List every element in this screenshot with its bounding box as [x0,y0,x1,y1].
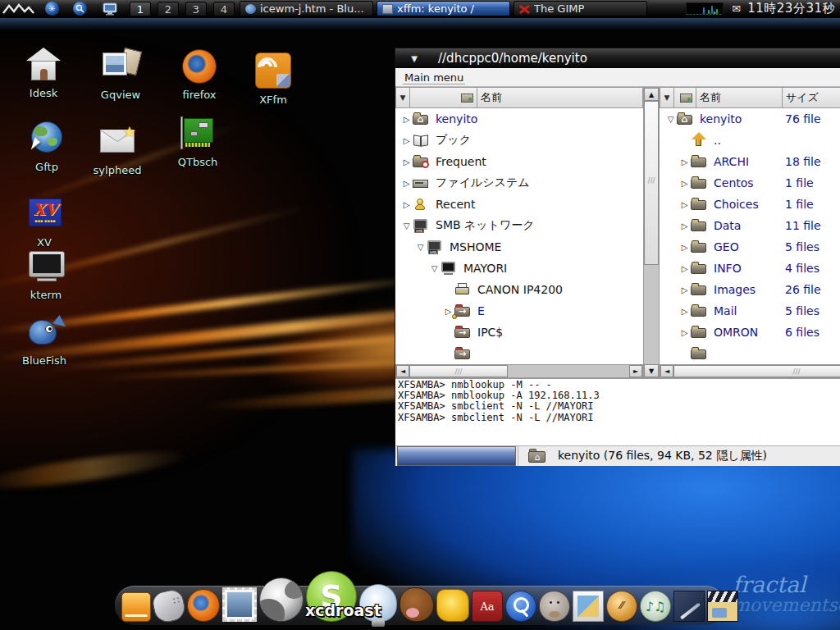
dock-icon-link[interactable] [606,591,637,622]
tree-expander-icon[interactable]: ▽ [664,115,677,124]
tree-expander-icon[interactable]: ▷ [678,328,691,337]
left-pane-row-kenyito[interactable]: ▷⌂kenyito [395,108,643,130]
scroll-left-arrow[interactable]: ◄ [660,365,673,377]
dock-icon-globe[interactable] [259,578,304,622]
tree-expander-icon[interactable]: ▽ [400,221,413,231]
tree-expander-icon[interactable]: ▷ [678,158,691,167]
tree-expander-icon[interactable]: ▷ [678,307,691,316]
tree-expander-icon[interactable]: ▽ [414,243,427,252]
dock-icon-stamp[interactable] [222,587,257,622]
dock-icon-gamepad[interactable] [150,587,187,624]
workspace-button-4[interactable]: 4 [213,2,235,16]
dock-icon-search[interactable] [505,591,536,622]
network-monitor-graph[interactable] [686,2,724,15]
right-pane-row-partial[interactable] [660,343,840,364]
right-pane-row-Centos[interactable]: ▷Centos1 file [660,172,840,194]
tree-expander-icon[interactable]: ▷ [678,179,691,188]
desktop-icon-firefox[interactable]: firefox [164,48,235,101]
left-pane-row-IPC$[interactable]: →IPC$ [395,322,643,343]
vscroll-thumb[interactable] [644,101,659,265]
tree-expander-icon[interactable]: ▷ [678,200,691,209]
dock-icon-notebook[interactable] [673,591,705,622]
desktop-icon-gftp[interactable]: Gftp [11,120,82,173]
dock-icon-drive[interactable] [121,592,151,622]
right-pane-name-column-header[interactable]: 名前 [696,87,783,108]
right-pane-row-Images[interactable]: ▷Images26 file [660,279,840,300]
desktop-icon-qtbsch[interactable]: QTbsch [162,115,233,168]
right-pane-row-ARCHI[interactable]: ▷ARCHI18 file [660,151,840,172]
right-pane-icon-column-header[interactable] [674,87,696,108]
panes-vscrollbar[interactable]: ▲ ▼ [643,87,660,378]
scroll-up-arrow[interactable]: ▲ [644,88,659,101]
tree-expander-icon[interactable]: ▷ [400,179,413,188]
left-pane-row-MSHOME[interactable]: ▽SMBMSHOME [395,236,643,258]
workspace-button-3[interactable]: 3 [185,2,207,16]
left-pane-icon-column-header[interactable] [410,87,477,108]
window-titlebar[interactable]: ▼ //dhcppc0/home/kenyito [395,48,840,68]
right-pane-row-Mail[interactable]: ▷Mail5 files [660,300,840,322]
taskbar-window-button-2[interactable]: The GIMP [514,1,647,16]
dock-icon-cow[interactable] [399,587,434,622]
right-pane-combo-button[interactable]: ▼ [660,87,674,108]
right-pane-row-..[interactable]: .. [660,130,840,151]
left-pane-row-Recent[interactable]: ▷Recent [395,194,643,215]
dock-icon-gimp[interactable] [539,591,570,622]
right-pane-row-INFO[interactable]: ▷INFO4 files [660,258,840,279]
tree-expander-icon[interactable]: ▽ [428,264,441,273]
mail-tray-icon[interactable]: ✉ [732,2,741,15]
desktop-icon-xv[interactable]: XV▪▪▪ ▪▪▪▪XV [9,195,80,249]
right-pane-hscrollbar[interactable]: ◄ [660,364,840,378]
workspace-button-2[interactable]: 2 [158,2,179,16]
scroll-right-arrow[interactable]: ► [629,365,642,377]
left-pane-combo-button[interactable]: ▼ [395,87,410,108]
dock-icon-cd[interactable]: ♪♫ [640,591,671,622]
dock-icon-dict[interactable]: Aa [472,591,503,622]
window-menu-arrow-icon[interactable]: ▼ [409,54,420,63]
taskbar-window-button-0[interactable]: icewm-j.htm - Blu... [240,1,373,16]
desktop-icon-kterm[interactable]: kterm [11,248,81,301]
hscroll-thumb[interactable] [673,365,840,377]
left-pane-name-column-header[interactable]: 名前 [477,87,643,108]
desktop-icon-sylpheed[interactable]: ★sylpheed [82,123,153,176]
snowflake-tray-icon[interactable]: ✳ [45,2,59,16]
scroll-down-arrow[interactable]: ▼ [644,364,659,377]
left-pane-row-ファイルシステム[interactable]: ▷ファイルシステム [395,172,643,194]
right-pane-row-Choices[interactable]: ▷Choices1 file [660,194,840,215]
dock-icon-firefox[interactable] [187,589,220,622]
tree-expander-icon[interactable]: ▷ [400,136,413,145]
dock-icon-film[interactable] [707,591,738,622]
right-pane-row-Data[interactable]: ▷Data11 file [660,215,840,236]
right-pane-size-column-header[interactable]: サイズ [783,87,840,108]
tree-expander-icon[interactable]: ▷ [678,221,691,231]
right-pane-row-kenyito[interactable]: ▽⌂kenyito76 file [660,108,840,130]
desktop-icon-idesk[interactable]: Idesk [8,46,79,99]
left-pane-row-Frequent[interactable]: ▷Frequent [395,151,643,172]
left-pane-hscrollbar[interactable]: ◄ ► [395,364,643,378]
hscroll-thumb[interactable] [409,365,508,377]
left-pane-row-SMB ネットワーク[interactable]: ▽SMBSMB ネットワーク [395,215,643,236]
dock-icon-office[interactable] [436,589,469,622]
xfsamba-terminal-output[interactable]: XFSAMBA> nmblookup -M -- -XFSAMBA> nmblo… [395,378,840,445]
scroll-left-arrow[interactable]: ◄ [396,365,409,377]
right-pane-row-GEO[interactable]: ▷GEO5 files [660,236,840,258]
left-pane-row-MAYORI[interactable]: ▽MAYORI [395,258,643,279]
icewm-logo-icon[interactable] [0,0,38,18]
main-menu-item[interactable]: Main menu [403,71,465,84]
magnifier-tray-icon[interactable] [73,2,87,16]
right-pane-row-OMRON[interactable]: ▷OMRON6 files [660,322,840,343]
display-tray-icon[interactable] [102,2,118,16]
left-pane-row-E[interactable]: ▷→E [395,300,643,322]
left-pane-row-CANON IP4200[interactable]: CANON IP4200 [395,279,643,300]
tree-expander-icon[interactable]: ▷ [678,243,691,252]
left-pane-row-ブック[interactable]: ▷ブック [395,130,643,151]
desktop-icon-gqview[interactable]: Gqview [85,48,156,101]
desktop-icon-xffm[interactable]: XFfm [238,52,308,106]
tree-expander-icon[interactable]: ▷ [400,158,413,167]
dock-icon-photos[interactable] [573,591,604,622]
tree-expander-icon[interactable]: ▷ [678,264,691,273]
tree-expander-icon[interactable]: ▷ [400,115,413,124]
taskbar-window-button-1[interactable]: xffm: kenyito / [377,1,510,16]
desktop-icon-bluefish[interactable]: BlueFish [9,313,80,367]
workspace-button-1[interactable]: 1 [130,2,151,16]
left-pane-row-partial[interactable]: → [395,343,643,364]
